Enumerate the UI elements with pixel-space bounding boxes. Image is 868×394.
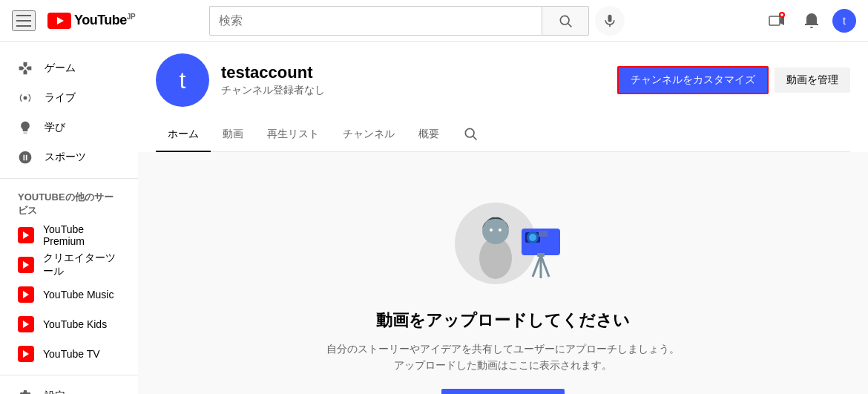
search-button[interactable] — [542, 6, 589, 36]
svg-rect-27 — [537, 253, 545, 257]
sidebar-bottom-section: 設定 報告履歴 ヘルプ — [0, 375, 138, 394]
avatar[interactable]: t — [832, 9, 856, 33]
learn-icon — [18, 120, 33, 135]
header-left: YouTubeJP — [12, 10, 135, 31]
logo-text: YouTubeJP — [74, 13, 135, 28]
menu-button[interactable] — [12, 10, 36, 31]
search-area — [209, 6, 625, 36]
sidebar-settings-label: 設定 — [45, 390, 65, 394]
svg-line-13 — [473, 137, 477, 140]
sidebar-music-label: YouTube Music — [43, 289, 114, 301]
main-content: t testaccount チャンネル登録者なし チャンネルをカスタマイズ 動画… — [138, 42, 868, 394]
youtube-premium-icon — [18, 227, 34, 243]
channel-avatar: t — [156, 53, 209, 107]
create-button[interactable] — [761, 6, 791, 36]
manage-videos-button[interactable]: 動画を管理 — [775, 68, 850, 93]
settings-icon — [18, 389, 33, 394]
sidebar-creator-label: クリエイターツール — [43, 252, 120, 278]
sidebar-kids-label: YouTube Kids — [43, 318, 107, 330]
sidebar-item-game[interactable]: ゲーム — [0, 53, 138, 83]
sidebar-item-learn[interactable]: 学び — [0, 113, 138, 142]
create-icon — [767, 12, 785, 30]
upload-description: 自分のストーリーやアイデアを共有してユーザーにアプローチしましょう。 アップロー… — [326, 341, 680, 374]
youtube-music-icon — [18, 286, 34, 303]
svg-line-26 — [541, 255, 549, 277]
channel-info: t testaccount チャンネル登録者なし チャンネルをカスタマイズ 動画… — [156, 53, 850, 107]
live-icon — [18, 91, 33, 105]
svg-rect-23 — [539, 231, 548, 237]
svg-point-22 — [529, 234, 536, 241]
upload-illustration — [436, 188, 570, 292]
channel-subscribers: チャンネル登録者なし — [221, 84, 605, 97]
sidebar-item-sports-label: スポーツ — [45, 151, 86, 164]
sports-icon — [18, 150, 33, 165]
header: YouTubeJP — [0, 0, 868, 42]
tab-home[interactable]: ホーム — [156, 119, 211, 152]
sidebar-item-kids[interactable]: YouTube Kids — [0, 309, 138, 339]
sidebar-nav-section: ゲーム ライブ 学び — [0, 47, 138, 179]
upload-title: 動画をアップロードしてください — [376, 309, 630, 332]
svg-line-24 — [533, 255, 541, 277]
sidebar-item-premium[interactable]: YouTube Premium — [0, 220, 138, 250]
channel-actions: チャンネルをカスタマイズ 動画を管理 — [617, 66, 850, 94]
header-right: t — [761, 6, 856, 36]
logo[interactable]: YouTubeJP — [47, 13, 135, 29]
notifications-button[interactable] — [797, 6, 826, 36]
services-title: YouTubeの他のサービス — [0, 185, 138, 220]
svg-rect-6 — [769, 16, 780, 25]
youtube-tv-icon — [18, 346, 34, 362]
svg-point-11 — [24, 96, 27, 100]
svg-rect-4 — [608, 14, 612, 22]
sidebar-item-music[interactable]: YouTube Music — [0, 280, 138, 309]
sidebar-item-creator[interactable]: クリエイターツール — [0, 250, 138, 280]
sidebar-services-section: YouTubeの他のサービス YouTube Premium クリエイターツール… — [0, 179, 138, 375]
sidebar-item-game-label: ゲーム — [45, 62, 76, 75]
svg-point-17 — [490, 229, 493, 232]
search-tab-icon — [463, 126, 478, 141]
tab-search-icon[interactable] — [451, 119, 490, 151]
sidebar-premium-label: YouTube Premium — [43, 223, 120, 247]
sidebar-item-live-label: ライブ — [45, 91, 76, 105]
tab-about[interactable]: 概要 — [407, 119, 451, 152]
mic-button[interactable] — [595, 6, 625, 36]
upload-button[interactable]: 動画をアップロード — [441, 389, 565, 394]
game-icon — [18, 61, 33, 76]
channel-tabs: ホーム 動画 再生リスト チャンネル 概要 — [156, 119, 850, 152]
upload-area: 動画をアップロードしてください 自分のストーリーやアイデアを共有してユーザーにア… — [138, 152, 868, 394]
youtube-kids-icon — [18, 316, 34, 332]
tab-channels[interactable]: チャンネル — [331, 119, 407, 152]
search-input[interactable] — [209, 6, 542, 36]
sidebar-item-settings[interactable]: 設定 — [0, 381, 138, 394]
upload-svg — [436, 188, 570, 292]
sidebar-tv-label: YouTube TV — [43, 348, 100, 360]
svg-line-3 — [568, 23, 572, 27]
sidebar-item-tv[interactable]: YouTube TV — [0, 339, 138, 369]
search-icon — [558, 13, 573, 28]
customize-channel-button[interactable]: チャンネルをカスタマイズ — [617, 66, 769, 94]
sidebar: ゲーム ライブ 学び — [0, 42, 138, 394]
channel-header: t testaccount チャンネル登録者なし チャンネルをカスタマイズ 動画… — [138, 42, 868, 152]
bell-icon — [803, 12, 821, 30]
youtube-creator-icon — [18, 257, 34, 273]
channel-name: testaccount — [221, 63, 605, 82]
svg-point-2 — [560, 16, 569, 24]
sidebar-item-learn-label: 学び — [45, 121, 65, 134]
layout: ゲーム ライブ 学び — [0, 42, 868, 394]
svg-point-12 — [465, 128, 474, 137]
svg-point-16 — [482, 217, 509, 244]
channel-details: testaccount チャンネル登録者なし — [221, 63, 605, 97]
svg-point-18 — [499, 229, 502, 232]
tab-playlists[interactable]: 再生リスト — [255, 119, 331, 152]
tab-videos[interactable]: 動画 — [211, 119, 255, 152]
sidebar-item-live[interactable]: ライブ — [0, 83, 138, 113]
mic-icon — [602, 13, 617, 28]
sidebar-item-sports[interactable]: スポーツ — [0, 142, 138, 172]
youtube-logo-icon — [47, 13, 71, 29]
